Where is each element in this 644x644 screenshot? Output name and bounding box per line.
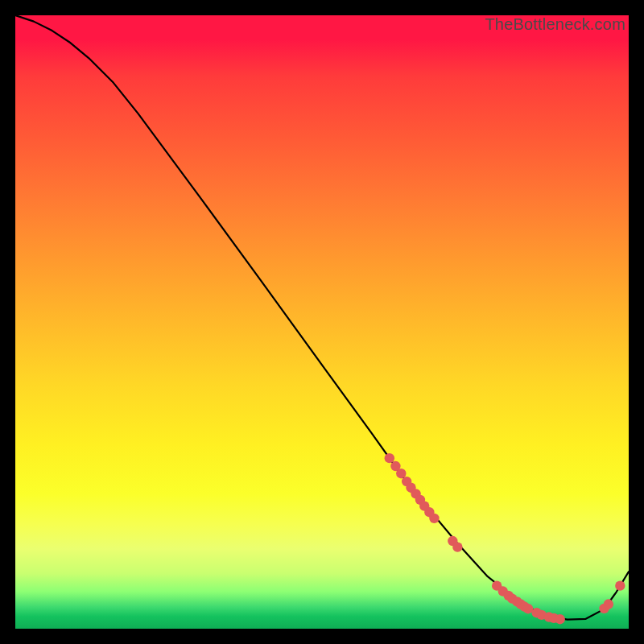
data-marker [385,453,394,463]
data-marker [429,514,439,523]
data-marker [452,542,462,551]
data-marker [615,580,625,590]
chart-svg [15,15,629,629]
data-marker [555,614,564,624]
data-marker [604,599,613,609]
chart-frame: TheBottleneck.com [15,15,629,629]
data-marker [523,604,533,613]
curve-line [15,15,629,620]
